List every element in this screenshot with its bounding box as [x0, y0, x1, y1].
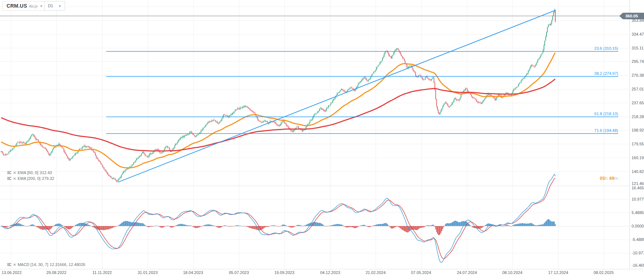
ema-slow-label: EMA [200, 0] [17, 176, 40, 181]
macd-values: 12.31666, 12.48026 [50, 262, 85, 267]
ema-fast-label: EMA [50, 0] [17, 170, 38, 175]
date-axis-label: 08.10.2024 [502, 270, 522, 275]
indicator-settings-icon[interactable] [7, 177, 12, 180]
price-axis-label: 334.47 [632, 32, 644, 36]
ema-fast-value: 312.43 [40, 170, 52, 175]
date-axis-label: 05.07.2023 [229, 270, 249, 275]
symbol-name: CRM.US [7, 3, 27, 9]
date-axis-label: 11.11.2022 [92, 270, 112, 275]
fib-level-label: 23.6 (310.15) [595, 46, 618, 51]
ema-slow-legend: ✕ EMA [200, 0] 279.32 [7, 176, 54, 181]
macd-axis-label: 0.00000 [632, 224, 644, 228]
price-axis-label: 140.82 [632, 169, 644, 174]
price-axis-label: 315.11 [632, 46, 644, 50]
bar-close-countdown: 05h 49m [592, 176, 618, 181]
date-axis-label: 29.08.2022 [46, 270, 66, 275]
macd-axis-label: 16.46570 [632, 186, 644, 190]
chart-canvas[interactable] [0, 0, 644, 278]
countdown-minutes-unit: m [614, 176, 618, 181]
date-axis-label: 24.07.2024 [457, 270, 477, 275]
ema-fast-legend: ✕ EMA [50, 0] 312.43 [7, 170, 52, 175]
macd-axis-label: -10.9771 [632, 251, 644, 255]
remove-indicator-icon[interactable]: ✕ [13, 263, 16, 267]
indicator-settings-icon[interactable] [7, 263, 12, 266]
date-axis-label: 31.01.2023 [137, 270, 157, 275]
remove-indicator-icon[interactable]: ✕ [13, 177, 16, 181]
price-axis-label: 276.38 [632, 73, 644, 77]
fib-level-label: 71.6 (194.48) [595, 128, 618, 133]
countdown-hours: 05 [600, 176, 605, 181]
timeframe-label: D1 [48, 4, 53, 8]
macd-axis-label: 5.48857 [632, 210, 644, 215]
date-axis-label: 04.12.2023 [320, 270, 340, 275]
fib-level-label: 38.2 (274.97) [595, 71, 618, 76]
date-axis-label: 17.12.2024 [548, 270, 568, 275]
price-axis-label: 198.92 [632, 128, 644, 132]
date-axis-label: 13.06.2022 [1, 270, 21, 275]
timeframe-selector[interactable]: D1 ▼ [44, 1, 65, 11]
instrument-type-label: Akcje [29, 4, 37, 8]
price-axis-label: 218.28 [632, 114, 644, 119]
symbol-selector[interactable]: CRM.US Akcje ▼ [3, 1, 47, 11]
macd-axis-label: -16.4657 [632, 263, 644, 267]
date-axis-label: 19.09.2023 [274, 270, 294, 275]
price-axis-label: 353.84 [632, 18, 644, 23]
remove-indicator-icon[interactable]: ✕ [13, 171, 16, 175]
ema-slow-value: 279.32 [42, 176, 54, 181]
macd-axis-label: -5.48857 [632, 237, 644, 242]
macd-axis-label: 10.97713 [632, 197, 644, 201]
date-axis-label: 18.04.2023 [183, 270, 203, 275]
price-axis-label: 237.65 [632, 101, 644, 105]
price-axis-label: 121.46 [632, 181, 644, 186]
countdown-hours-unit: h [605, 176, 608, 181]
date-axis-label: 21.02.2024 [365, 270, 385, 275]
macd-legend: ✕ MACD [14, 30, 7] 12.31666, 12.48026 [7, 262, 85, 267]
indicator-settings-icon[interactable] [7, 171, 12, 174]
date-axis-label: 08.02.2025 [593, 270, 613, 275]
price-axis-label: 179.55 [632, 142, 644, 146]
fib-level-label: 61.8 (218.10) [595, 112, 618, 117]
chevron-down-icon: ▼ [58, 4, 61, 8]
date-axis-label: 07.05.2024 [411, 270, 431, 275]
price-axis-label: 257.01 [632, 87, 644, 91]
trading-chart-window: CRM.US Akcje ▼ D1 ▼ 360.05 ✕ EMA [50, 0]… [0, 0, 644, 278]
countdown-minutes: 49 [609, 176, 614, 181]
chevron-down-icon: ▼ [40, 4, 43, 8]
price-axis-label: 295.74 [632, 59, 644, 64]
macd-label: MACD [14, 30, 7] [17, 262, 48, 267]
price-axis-label: 160.19 [632, 156, 644, 160]
